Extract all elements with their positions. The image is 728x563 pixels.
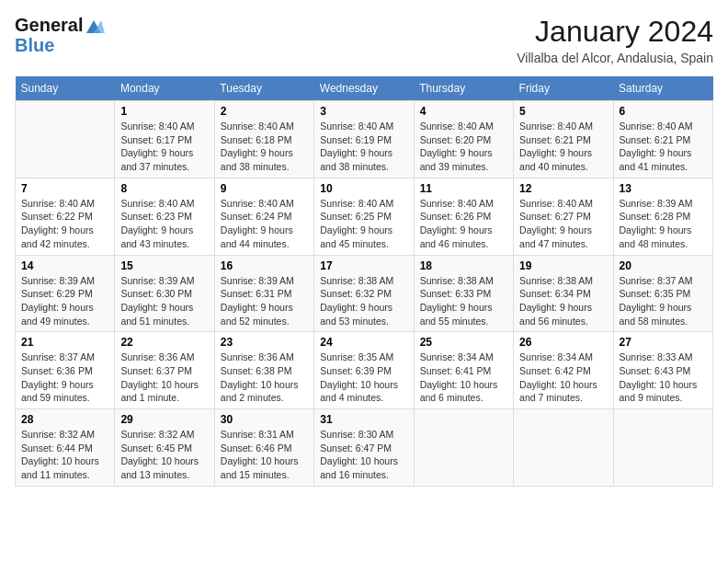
day-number: 31 — [320, 413, 407, 426]
calendar-cell: 6Sunrise: 8:40 AMSunset: 6:21 PMDaylight… — [613, 101, 712, 178]
day-info: Sunrise: 8:38 AMSunset: 6:32 PMDaylight:… — [320, 274, 407, 328]
weekday-header: Friday — [514, 76, 613, 101]
calendar-cell: 31Sunrise: 8:30 AMSunset: 6:47 PMDayligh… — [314, 409, 414, 487]
day-info: Sunrise: 8:39 AMSunset: 6:29 PMDaylight:… — [21, 274, 108, 328]
day-info: Sunrise: 8:38 AMSunset: 6:33 PMDaylight:… — [420, 274, 507, 328]
week-row: 1Sunrise: 8:40 AMSunset: 6:17 PMDaylight… — [16, 101, 713, 178]
calendar-cell — [613, 409, 712, 487]
week-row: 21Sunrise: 8:37 AMSunset: 6:36 PMDayligh… — [16, 332, 713, 409]
day-info: Sunrise: 8:40 AMSunset: 6:23 PMDaylight:… — [120, 197, 208, 251]
day-info: Sunrise: 8:40 AMSunset: 6:27 PMDaylight:… — [519, 197, 607, 251]
weekday-header: Monday — [115, 76, 214, 101]
day-number: 2 — [221, 105, 308, 118]
day-number: 4 — [420, 105, 507, 118]
day-number: 25 — [420, 336, 507, 349]
day-info: Sunrise: 8:39 AMSunset: 6:30 PMDaylight:… — [120, 274, 208, 328]
calendar-cell: 14Sunrise: 8:39 AMSunset: 6:29 PMDayligh… — [16, 255, 115, 332]
day-number: 24 — [320, 336, 407, 349]
day-number: 28 — [21, 413, 108, 426]
calendar-cell: 23Sunrise: 8:36 AMSunset: 6:38 PMDayligh… — [214, 332, 313, 409]
day-info: Sunrise: 8:32 AMSunset: 6:44 PMDaylight:… — [21, 428, 108, 482]
calendar-cell: 28Sunrise: 8:32 AMSunset: 6:44 PMDayligh… — [16, 409, 115, 487]
calendar-cell — [514, 409, 613, 487]
day-number: 7 — [21, 182, 108, 195]
day-info: Sunrise: 8:40 AMSunset: 6:25 PMDaylight:… — [320, 197, 407, 251]
day-number: 12 — [519, 182, 607, 195]
day-number: 16 — [221, 259, 308, 272]
calendar-cell: 22Sunrise: 8:36 AMSunset: 6:37 PMDayligh… — [115, 332, 214, 409]
day-number: 14 — [21, 259, 108, 272]
calendar-cell: 25Sunrise: 8:34 AMSunset: 6:41 PMDayligh… — [414, 332, 513, 409]
day-info: Sunrise: 8:34 AMSunset: 6:41 PMDaylight:… — [420, 350, 507, 405]
week-row: 14Sunrise: 8:39 AMSunset: 6:29 PMDayligh… — [16, 255, 713, 332]
day-number: 15 — [120, 259, 208, 272]
weekday-header: Sunday — [16, 76, 115, 101]
calendar-cell: 2Sunrise: 8:40 AMSunset: 6:18 PMDaylight… — [214, 101, 313, 178]
day-info: Sunrise: 8:40 AMSunset: 6:21 PMDaylight:… — [519, 120, 607, 174]
day-info: Sunrise: 8:36 AMSunset: 6:37 PMDaylight:… — [120, 350, 208, 405]
week-row: 7Sunrise: 8:40 AMSunset: 6:22 PMDaylight… — [16, 178, 713, 255]
logo: General Blue — [15, 15, 105, 56]
day-number: 18 — [420, 259, 507, 272]
day-number: 23 — [221, 336, 308, 349]
day-info: Sunrise: 8:31 AMSunset: 6:46 PMDaylight:… — [221, 428, 308, 482]
calendar-cell: 15Sunrise: 8:39 AMSunset: 6:30 PMDayligh… — [115, 255, 214, 332]
day-number: 6 — [620, 105, 707, 118]
title-block: January 2024 Villalba del Alcor, Andalus… — [517, 15, 713, 65]
calendar-cell: 24Sunrise: 8:35 AMSunset: 6:39 PMDayligh… — [314, 332, 414, 409]
day-number: 9 — [221, 182, 308, 195]
calendar-cell: 29Sunrise: 8:32 AMSunset: 6:45 PMDayligh… — [115, 409, 214, 487]
day-info: Sunrise: 8:32 AMSunset: 6:45 PMDaylight:… — [120, 428, 208, 482]
day-info: Sunrise: 8:40 AMSunset: 6:18 PMDaylight:… — [221, 120, 308, 174]
calendar-cell: 4Sunrise: 8:40 AMSunset: 6:20 PMDaylight… — [414, 101, 513, 178]
calendar-cell — [16, 101, 115, 178]
page-header: General Blue January 2024 Villalba del A… — [15, 15, 713, 65]
calendar-cell: 10Sunrise: 8:40 AMSunset: 6:25 PMDayligh… — [314, 178, 414, 255]
week-row: 28Sunrise: 8:32 AMSunset: 6:44 PMDayligh… — [16, 409, 713, 487]
calendar-cell: 21Sunrise: 8:37 AMSunset: 6:36 PMDayligh… — [16, 332, 115, 409]
calendar-cell: 1Sunrise: 8:40 AMSunset: 6:17 PMDaylight… — [115, 101, 214, 178]
calendar-cell: 16Sunrise: 8:39 AMSunset: 6:31 PMDayligh… — [214, 255, 313, 332]
calendar-cell: 7Sunrise: 8:40 AMSunset: 6:22 PMDaylight… — [16, 178, 115, 255]
calendar-cell: 20Sunrise: 8:37 AMSunset: 6:35 PMDayligh… — [613, 255, 712, 332]
calendar-cell: 8Sunrise: 8:40 AMSunset: 6:23 PMDaylight… — [115, 178, 214, 255]
day-info: Sunrise: 8:33 AMSunset: 6:43 PMDaylight:… — [620, 350, 707, 405]
day-number: 17 — [320, 259, 407, 272]
calendar-cell: 13Sunrise: 8:39 AMSunset: 6:28 PMDayligh… — [613, 178, 712, 255]
calendar-cell: 3Sunrise: 8:40 AMSunset: 6:19 PMDaylight… — [314, 101, 414, 178]
day-info: Sunrise: 8:30 AMSunset: 6:47 PMDaylight:… — [320, 428, 407, 482]
day-info: Sunrise: 8:40 AMSunset: 6:26 PMDaylight:… — [420, 197, 507, 251]
weekday-header: Saturday — [613, 76, 712, 101]
day-info: Sunrise: 8:36 AMSunset: 6:38 PMDaylight:… — [221, 350, 308, 405]
day-number: 1 — [120, 105, 208, 118]
day-info: Sunrise: 8:40 AMSunset: 6:19 PMDaylight:… — [320, 120, 407, 174]
day-number: 8 — [120, 182, 208, 195]
day-info: Sunrise: 8:38 AMSunset: 6:34 PMDaylight:… — [519, 274, 607, 328]
day-info: Sunrise: 8:40 AMSunset: 6:17 PMDaylight:… — [120, 120, 208, 174]
calendar-cell: 11Sunrise: 8:40 AMSunset: 6:26 PMDayligh… — [414, 178, 513, 255]
day-number: 10 — [320, 182, 407, 195]
calendar-cell: 30Sunrise: 8:31 AMSunset: 6:46 PMDayligh… — [214, 409, 313, 487]
calendar-cell: 27Sunrise: 8:33 AMSunset: 6:43 PMDayligh… — [613, 332, 712, 409]
logo-text: General — [15, 15, 105, 35]
day-number: 5 — [519, 105, 607, 118]
calendar-cell: 9Sunrise: 8:40 AMSunset: 6:24 PMDaylight… — [214, 178, 313, 255]
calendar-cell: 18Sunrise: 8:38 AMSunset: 6:33 PMDayligh… — [414, 255, 513, 332]
weekday-header: Wednesday — [314, 76, 414, 101]
weekday-header: Tuesday — [214, 76, 313, 101]
calendar-cell: 17Sunrise: 8:38 AMSunset: 6:32 PMDayligh… — [314, 255, 414, 332]
day-info: Sunrise: 8:37 AMSunset: 6:35 PMDaylight:… — [620, 274, 707, 328]
day-info: Sunrise: 8:39 AMSunset: 6:31 PMDaylight:… — [221, 274, 308, 328]
day-info: Sunrise: 8:40 AMSunset: 6:22 PMDaylight:… — [21, 197, 108, 251]
month-title: January 2024 — [517, 15, 713, 49]
day-info: Sunrise: 8:40 AMSunset: 6:20 PMDaylight:… — [420, 120, 507, 174]
day-info: Sunrise: 8:34 AMSunset: 6:42 PMDaylight:… — [519, 350, 607, 405]
logo-blue: Blue — [15, 35, 105, 56]
day-number: 13 — [620, 182, 707, 195]
day-number: 11 — [420, 182, 507, 195]
calendar-cell: 12Sunrise: 8:40 AMSunset: 6:27 PMDayligh… — [514, 178, 613, 255]
day-number: 19 — [519, 259, 607, 272]
day-number: 26 — [519, 336, 607, 349]
weekday-header: Thursday — [414, 76, 513, 101]
day-info: Sunrise: 8:35 AMSunset: 6:39 PMDaylight:… — [320, 350, 407, 405]
